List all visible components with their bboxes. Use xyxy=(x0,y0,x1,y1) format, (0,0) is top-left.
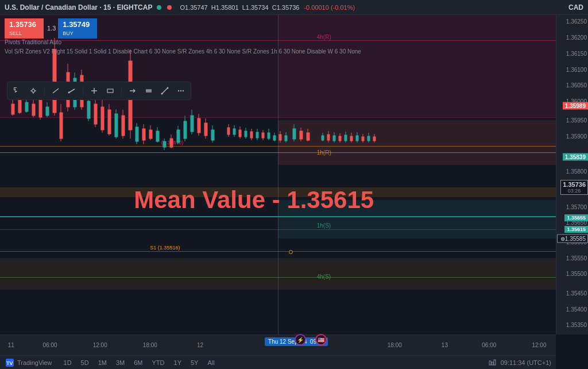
svg-rect-139 xyxy=(494,360,496,365)
svg-rect-138 xyxy=(492,362,493,365)
svg-line-119 xyxy=(53,89,59,93)
pivots-label: Pivots Traditional Auto xyxy=(5,39,61,45)
tv-logo-text: TradingView xyxy=(17,359,52,366)
price-135900: 1.35900 xyxy=(566,133,587,140)
price-135950: 1.35950 xyxy=(566,117,587,124)
low-value: 1.35734 xyxy=(246,4,269,11)
buy-label: BUY xyxy=(63,30,92,37)
time-0600-1: 06:00 xyxy=(43,342,57,348)
toolbar-crosshair[interactable] xyxy=(27,84,40,97)
tv-logo-icon: TV xyxy=(5,358,15,368)
price-badge-teal: 1.35839 xyxy=(563,153,588,161)
price-136100: 1.36100 xyxy=(566,66,587,72)
indicator-icon-2: 🇺🇸 xyxy=(315,334,327,345)
svg-rect-112 xyxy=(16,91,17,92)
time-label-row: 11 06:00 12:00 18:00 12 Thu 12 Sep '24 0… xyxy=(0,335,556,355)
toolbar-trend[interactable] xyxy=(158,84,171,97)
symbol-label: U.S. Dollar / Canadian Dollar · 15 · EIG… xyxy=(5,3,152,11)
price-136200: 1.36200 xyxy=(566,34,587,40)
buy-price: 1.35749 xyxy=(63,20,92,30)
mean-value-label: Mean Value - 1.35615 xyxy=(134,186,374,214)
svg-point-130 xyxy=(161,93,163,95)
time-1800-2: 18:00 xyxy=(388,342,402,348)
toolbar-ray[interactable] xyxy=(65,84,78,97)
price-126250: 1.36250 xyxy=(566,18,587,25)
toolbar-line[interactable] xyxy=(49,84,62,97)
price-badge-green1: 1.35655 xyxy=(564,214,588,221)
toolbar-more[interactable] xyxy=(175,84,187,97)
price-135450: 1.35450 xyxy=(566,290,587,296)
tf-6m[interactable]: 6M xyxy=(131,359,145,367)
svg-rect-111 xyxy=(15,89,16,93)
svg-rect-137 xyxy=(489,361,491,365)
time-12: 12 xyxy=(197,342,203,348)
price-change: -0.00010 (-0.01%) xyxy=(304,4,355,11)
ohlc-values: O1.35747 H1.35801 L1.35734 C1.35736 xyxy=(180,4,299,11)
svg-point-121 xyxy=(68,92,70,94)
toolbar-sep3 xyxy=(121,86,122,95)
time-1200-2: 12:00 xyxy=(532,342,546,348)
drawing-toolbar xyxy=(7,82,191,100)
high-value: 1.35801 xyxy=(216,4,239,11)
price-boxes: 1.35736 SELL 1.3 1.35749 BUY xyxy=(5,18,97,39)
dot-red xyxy=(167,5,172,10)
time-13: 13 xyxy=(442,342,448,348)
time-11: 11 xyxy=(8,342,14,348)
open-label: O xyxy=(180,4,185,11)
bottom-bar: TV TradingView 1D 5D 1M 3M 6M YTD 1Y 5Y … xyxy=(0,355,556,369)
toolbar-cursor[interactable] xyxy=(11,84,24,97)
price-135800: 1.35800 xyxy=(566,168,587,175)
tf-all[interactable]: All xyxy=(205,359,216,367)
tf-1y[interactable]: 1Y xyxy=(172,359,184,367)
indicator-icon-1: ⚡ xyxy=(295,334,306,345)
toolbar-sep2 xyxy=(83,86,83,95)
svg-point-132 xyxy=(178,90,179,91)
sell-price: 1.35736 xyxy=(9,20,39,30)
tradingview-logo: TV TradingView xyxy=(5,358,52,368)
open-value: 1.35747 xyxy=(185,4,208,11)
tf-ytd[interactable]: YTD xyxy=(150,359,167,367)
chart-area: Mean Value - 1.35615 4h(R) 1h(R) 1h(S) 4… xyxy=(0,15,556,335)
indicator-label: Vol S/R Zones V2 Right 15 Solid 1 Solid … xyxy=(5,48,361,55)
price-badge-res: 1.35989 xyxy=(563,102,588,110)
tf-1d[interactable]: 1D xyxy=(61,359,74,367)
close-value: 1.35736 xyxy=(277,4,300,11)
price-135400: 1.35400 xyxy=(566,306,587,312)
tf-5y[interactable]: 5Y xyxy=(188,359,200,367)
dot-green xyxy=(157,5,161,10)
svg-point-134 xyxy=(183,90,184,91)
buy-box[interactable]: 1.35749 BUY xyxy=(58,18,97,39)
price-135350: 1.35350 xyxy=(566,322,587,328)
close-label: C xyxy=(272,4,277,11)
sell-box[interactable]: 1.35736 SELL xyxy=(5,18,44,39)
toolbar-rectangle[interactable] xyxy=(104,84,117,97)
svg-text:TV: TV xyxy=(6,360,13,366)
toolbar-cross[interactable] xyxy=(88,84,100,97)
price-136150: 1.36150 xyxy=(566,50,587,56)
tf-3m[interactable]: 3M xyxy=(114,359,127,367)
high-label: H xyxy=(211,4,216,11)
svg-point-131 xyxy=(167,87,169,89)
time-1200-1: 12:00 xyxy=(93,342,107,348)
tf-1m[interactable]: 1M xyxy=(96,359,109,367)
svg-point-118 xyxy=(32,90,35,93)
chart-header: U.S. Dollar / Canadian Dollar · 15 · EIG… xyxy=(0,0,588,15)
time-0600-2: 06:00 xyxy=(482,342,496,348)
bottom-time: 09:11:34 (UTC+1) xyxy=(501,359,551,366)
candlestick-chart xyxy=(0,15,556,335)
svg-line-120 xyxy=(69,89,75,93)
chart-type-icon[interactable] xyxy=(487,358,497,368)
currency-label: CAD xyxy=(568,3,583,11)
time-scale: 11 06:00 12:00 18:00 12 Thu 12 Sep '24 0… xyxy=(0,335,556,369)
current-price-box: 1.35736 03:26 xyxy=(560,180,588,195)
tf-5d[interactable]: 5D xyxy=(79,359,91,367)
sell-label: SELL xyxy=(9,30,39,37)
price-135550: 1.35550 xyxy=(566,255,587,261)
toolbar-arrow[interactable] xyxy=(126,84,139,97)
svg-rect-124 xyxy=(107,89,113,93)
toolbar-hline[interactable] xyxy=(142,84,155,97)
svg-rect-113 xyxy=(16,91,17,91)
price-136050: 1.36050 xyxy=(566,82,587,89)
crosshair-price-box: ⊕ 1.35585 xyxy=(557,235,588,243)
toolbar-sep1 xyxy=(44,86,45,95)
